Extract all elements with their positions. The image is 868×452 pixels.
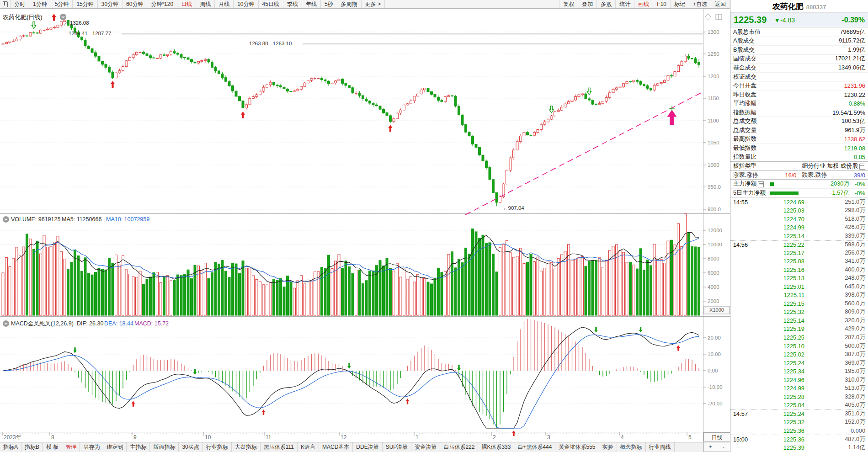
svg-text:1326.08: 1326.08: [70, 20, 89, 26]
tab-主指标[interactable]: 主指标: [127, 442, 150, 452]
svg-text:0.00: 0.00: [708, 368, 718, 373]
tick-row[interactable]: 1225.11398.0万: [730, 291, 868, 300]
period-分时[interactable]: 分时: [11, 0, 29, 8]
period-分钟*120[interactable]: 分钟*120: [147, 0, 177, 8]
chart-canvas[interactable]: 1300125012001150110010501000950.0900.012…: [0, 0, 730, 452]
period-5分钟[interactable]: 5分钟: [51, 0, 73, 8]
period-45日线[interactable]: 45日线: [259, 0, 283, 8]
period-日线[interactable]: 日线: [177, 0, 196, 8]
stock-name: 农药化肥: [772, 1, 804, 12]
stat-row: 权证成交: [730, 73, 868, 82]
tick-row[interactable]: 1225.17256.0万: [730, 249, 868, 257]
tab-白+黑体系444[interactable]: 白+黑体系444: [514, 442, 555, 452]
tick-row[interactable]: 1225.28328.0万: [730, 393, 868, 401]
tool-多股[interactable]: 多股: [597, 0, 616, 8]
indicator-toolbar: 指标A指标B模 板管理另存为绑定到主指标版面指标30买点行业指标大盘指标黑马体系…: [0, 442, 703, 452]
tool-返回[interactable]: 返回: [711, 0, 730, 8]
tab-行业指标[interactable]: 行业指标: [203, 442, 232, 452]
tick-row[interactable]: 1225.25287.0万: [730, 333, 868, 342]
tab-绑定到[interactable]: 绑定到: [103, 442, 127, 452]
tab-裸K体系333[interactable]: 裸K体系333: [478, 442, 514, 452]
tick-row[interactable]: 1224.96310.0万: [730, 376, 868, 384]
window-icon[interactable]: [0, 0, 11, 8]
tab-模 板[interactable]: 模 板: [43, 442, 62, 452]
tab-DDE决策[interactable]: DDE决策: [353, 442, 382, 452]
tab-SUP决策[interactable]: SUP决策: [383, 442, 412, 452]
tick-row[interactable]: 1224.70518.0万: [730, 215, 868, 223]
tab-另存为[interactable]: 另存为: [80, 442, 103, 452]
tab-黄金坑体系555[interactable]: 黄金坑体系555: [555, 442, 599, 452]
tick-row[interactable]: 1225.19429.0万: [730, 325, 868, 334]
tab-实验[interactable]: 实验: [599, 442, 617, 452]
tick-row[interactable]: 1225.13248.0万: [730, 274, 868, 283]
tick-row[interactable]: 1225.24369.0万: [730, 359, 868, 367]
period-月线[interactable]: 月线: [215, 0, 234, 8]
period-季线[interactable]: 季线: [283, 0, 302, 8]
stat-row: A股总市值796895亿: [730, 28, 868, 37]
period-1分钟[interactable]: 1分钟: [29, 0, 51, 8]
tool-复权[interactable]: 复权: [559, 0, 578, 8]
period-多周期[interactable]: 多周期: [337, 0, 362, 8]
tick-row[interactable]: 1225.04405.0万: [730, 401, 868, 409]
tab-行业周线[interactable]: 行业周线: [646, 442, 675, 452]
tool-标记[interactable]: 标记: [671, 0, 689, 8]
tick-row[interactable]: 14:551224.69251.0万: [730, 198, 868, 207]
tab-资金决策[interactable]: 资金决策: [411, 442, 440, 452]
tick-row[interactable]: 1225.391.14亿: [730, 443, 868, 452]
tool-F10[interactable]: F10: [653, 0, 671, 8]
period-5秒[interactable]: 5秒: [321, 0, 337, 8]
tick-row[interactable]: 1225.14320.0万: [730, 316, 868, 325]
svg-text:11: 11: [266, 434, 272, 441]
tick-row[interactable]: 1224.99426.0万: [730, 223, 868, 232]
tool-统计[interactable]: 统计: [616, 0, 634, 8]
period-label-box[interactable]: 日线: [703, 432, 730, 442]
tab-指标A[interactable]: 指标A: [0, 442, 21, 452]
stat-row: 指数振幅19.54/1.59%: [730, 108, 868, 117]
tab-白马体系222[interactable]: 白马体系222: [440, 442, 478, 452]
tick-row[interactable]: 1225.360.000: [730, 426, 868, 435]
tab-大盘指标[interactable]: 大盘指标: [232, 442, 261, 452]
tab-K语言[interactable]: K语言: [298, 442, 319, 452]
tab-管理[interactable]: 管理: [62, 442, 80, 452]
tick-row[interactable]: 1225.34195.0万: [730, 367, 868, 376]
tick-row[interactable]: 14:571225.24351.0万: [730, 409, 868, 418]
tick-row[interactable]: 1225.03298.0万: [730, 207, 868, 215]
tick-row[interactable]: 1225.16400.0万: [730, 266, 868, 274]
tick-row[interactable]: 1225.01645.0万: [730, 282, 868, 291]
tick-row[interactable]: 1225.10500.0万: [730, 342, 868, 351]
tick-row[interactable]: 1225.08341.0万: [730, 257, 868, 266]
svg-text:4000: 4000: [708, 284, 719, 290]
svg-text:VOLUME: 9619125: VOLUME: 9619125: [11, 216, 60, 223]
period-更多 >[interactable]: 更多 >: [362, 0, 385, 8]
tab-版面指标[interactable]: 版面指标: [150, 442, 179, 452]
tick-row[interactable]: 15:001225.36487.0万: [730, 435, 868, 443]
tab-指标B[interactable]: 指标B: [21, 442, 43, 452]
tick-row[interactable]: 1225.02387.0万: [730, 350, 868, 359]
tick-row[interactable]: 1225.32152.0万: [730, 418, 868, 426]
tick-row[interactable]: 1225.32809.0万: [730, 308, 868, 317]
stat-row: 今日开盘1231.96: [730, 81, 868, 90]
tick-row[interactable]: 1225.15560.0万: [730, 299, 868, 308]
period-周线[interactable]: 周线: [196, 0, 215, 8]
tool-画线[interactable]: 画线: [634, 0, 653, 8]
tab-30买点[interactable]: 30买点: [179, 442, 202, 452]
tab-概念指标[interactable]: 概念指标: [617, 442, 646, 452]
tick-row[interactable]: 1224.99513.0万: [730, 384, 868, 393]
tab-MACD基本[interactable]: MACD基本: [319, 442, 353, 452]
zoom-out-button[interactable]: -: [717, 442, 730, 452]
period-年线[interactable]: 年线: [302, 0, 321, 8]
svg-text:1250: 1250: [708, 51, 719, 57]
period-60分钟[interactable]: 60分钟: [122, 0, 147, 8]
tick-row[interactable]: 14:561225.22598.0万: [730, 240, 868, 249]
tick-row[interactable]: 1225.14339.0万: [730, 232, 868, 240]
svg-text:2: 2: [493, 434, 496, 441]
tool-+自选[interactable]: +自选: [689, 0, 711, 8]
tab-黑马体系111[interactable]: 黑马体系111: [261, 442, 298, 452]
period-30分钟[interactable]: 30分钟: [98, 0, 122, 8]
tool-叠加[interactable]: 叠加: [578, 0, 597, 8]
price-change-pct: -0.39%: [841, 16, 865, 24]
zoom-in-button[interactable]: +: [704, 442, 717, 452]
tick-list: 14:551224.69251.0万1225.03298.0万1224.7051…: [730, 198, 868, 452]
period-10分钟[interactable]: 10分钟: [234, 0, 258, 8]
period-15分钟[interactable]: 15分钟: [73, 0, 97, 8]
